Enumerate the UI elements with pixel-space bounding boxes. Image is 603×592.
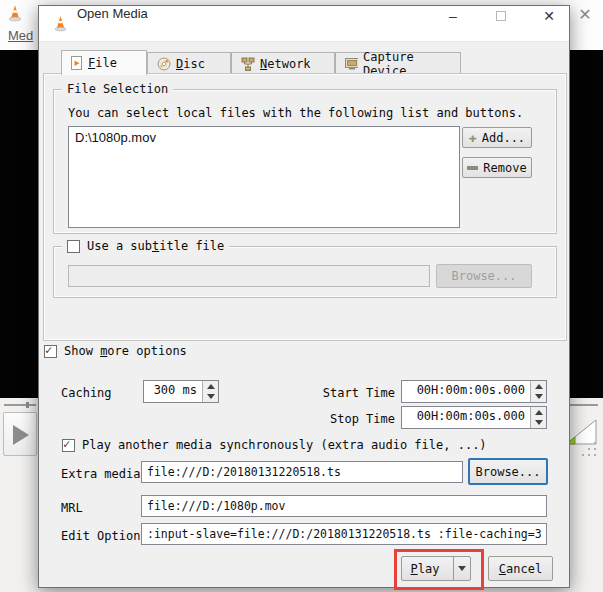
- list-item[interactable]: D:\1080p.mov: [69, 127, 459, 148]
- tab-bar: File Disc Network: [39, 50, 569, 74]
- maximize-button: [483, 8, 519, 38]
- caching-spinbox[interactable]: 300 ms: [143, 380, 219, 403]
- file-icon: [71, 56, 83, 70]
- caching-spin-buttons[interactable]: [202, 381, 218, 402]
- remove-button[interactable]: Remove: [462, 157, 532, 178]
- menu-media[interactable]: Med: [8, 28, 33, 43]
- tab-network[interactable]: Network: [231, 52, 335, 74]
- subtitle-browse-button: Browse...: [436, 264, 532, 288]
- file-list[interactable]: D:\1080p.mov: [68, 126, 460, 228]
- subtitle-checkbox[interactable]: [67, 240, 80, 253]
- sync-media-row[interactable]: Play another media synchronously (extra …: [62, 438, 487, 452]
- caching-label: Caching: [61, 386, 112, 400]
- extra-media-input[interactable]: [141, 461, 463, 483]
- minimize-button[interactable]: –: [435, 8, 471, 38]
- subtitle-checkbox-row[interactable]: Use a subtitle file: [62, 239, 229, 253]
- vlc-cone-icon: [52, 15, 69, 32]
- mrl-label: MRL: [61, 501, 83, 515]
- dialog-titlebar[interactable]: Open Media – ✕: [39, 6, 569, 42]
- disc-icon: [157, 57, 171, 71]
- play-button-background-window[interactable]: [3, 412, 37, 456]
- seek-bar-right[interactable]: [570, 404, 598, 406]
- cancel-button[interactable]: Cancel: [488, 556, 553, 581]
- open-media-dialog: Open Media – ✕ File Disc: [38, 5, 570, 588]
- show-more-options-checkbox[interactable]: [44, 345, 57, 358]
- edit-options-label: Edit Options: [61, 529, 148, 543]
- file-selection-group: File Selection You can select local file…: [53, 89, 557, 234]
- stop-time-spinbox[interactable]: 00H:00m:00s.000: [401, 406, 547, 429]
- network-icon: [241, 57, 255, 71]
- show-more-options-row[interactable]: Show more options: [44, 344, 187, 358]
- start-time-label: Start Time: [303, 386, 395, 400]
- subtitle-group: Use a subtitle file Browse...: [53, 246, 557, 298]
- capture-device-icon: [345, 57, 358, 70]
- window-close-icon[interactable]: ✕: [570, 2, 600, 28]
- plus-icon: ✚: [469, 131, 477, 144]
- tab-capture-device[interactable]: Capture Device: [335, 52, 461, 74]
- extra-media-label: Extra media: [61, 467, 140, 481]
- seek-bar-left[interactable]: [4, 404, 36, 406]
- stop-time-spin-buttons[interactable]: [530, 407, 546, 428]
- mrl-input[interactable]: [141, 495, 547, 517]
- start-time-spin-buttons[interactable]: [530, 381, 546, 402]
- spin-down-icon[interactable]: [531, 418, 546, 429]
- file-selection-description: You can select local files with the foll…: [68, 106, 523, 120]
- play-icon: [13, 425, 29, 445]
- subtitle-file-input: [68, 265, 430, 287]
- tab-disc[interactable]: Disc: [147, 52, 231, 74]
- spin-down-icon[interactable]: [531, 392, 546, 403]
- spin-up-icon[interactable]: [531, 381, 546, 392]
- start-time-value: 00H:00m:00s.000: [402, 381, 530, 402]
- vlc-cone-icon: [6, 4, 24, 22]
- minus-icon: [467, 166, 478, 170]
- group-title: File Selection: [62, 82, 173, 96]
- caching-value: 300 ms: [144, 381, 202, 402]
- annotation-highlight-box: [394, 549, 484, 590]
- stop-time-label: Stop Time: [303, 412, 395, 426]
- spin-up-icon[interactable]: [203, 381, 218, 392]
- stop-time-value: 00H:00m:00s.000: [402, 407, 530, 428]
- start-time-spinbox[interactable]: 00H:00m:00s.000: [401, 380, 547, 403]
- sync-media-checkbox[interactable]: [62, 439, 75, 452]
- add-button[interactable]: ✚ Add...: [462, 127, 532, 148]
- spin-up-icon[interactable]: [531, 407, 546, 418]
- spin-down-icon[interactable]: [203, 392, 218, 403]
- seek-handle[interactable]: [26, 402, 29, 408]
- maximize-icon: [496, 11, 506, 21]
- resize-grip-icon[interactable]: [588, 448, 590, 450]
- tab-file[interactable]: File: [61, 50, 147, 75]
- dialog-title: Open Media: [77, 6, 148, 21]
- edit-options-input[interactable]: [141, 523, 547, 545]
- extra-media-browse-button[interactable]: Browse...: [468, 458, 548, 485]
- close-button[interactable]: ✕: [531, 8, 567, 38]
